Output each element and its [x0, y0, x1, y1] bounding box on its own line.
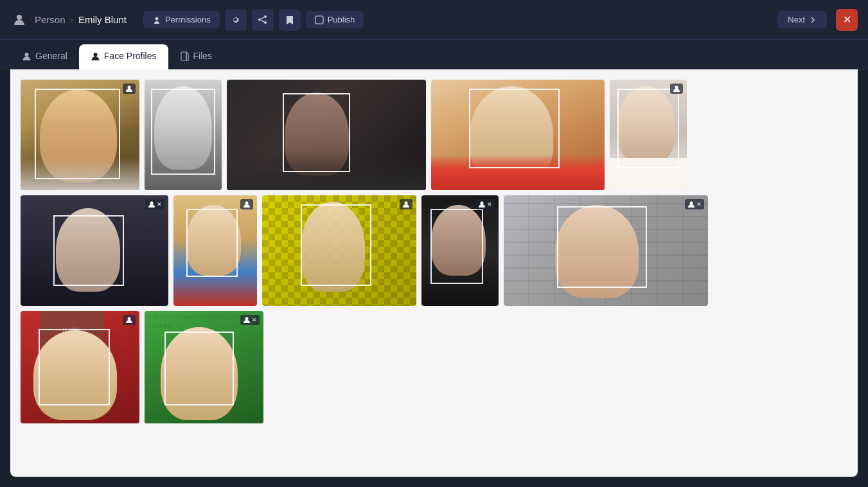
svg-point-16: [481, 202, 484, 205]
photo-item-8[interactable]: [262, 195, 416, 306]
svg-point-12: [675, 86, 678, 89]
breadcrumb-person[interactable]: Person: [35, 14, 66, 25]
person-rejected-icon-6: [148, 200, 155, 208]
tab-face-icon: [91, 51, 100, 61]
tab-files-icon: [180, 51, 190, 61]
photo-item-5[interactable]: [610, 80, 687, 190]
publish-button[interactable]: Publish: [306, 11, 364, 28]
svg-point-4: [264, 21, 267, 24]
close-button[interactable]: ✕: [836, 9, 858, 31]
main-content: ✕: [10, 69, 858, 477]
svg-point-11: [128, 86, 131, 89]
person-badge-10: ✕: [685, 199, 704, 209]
tab-general[interactable]: General: [10, 44, 79, 69]
person-rejected-icon-9: [478, 200, 486, 208]
share-icon: [258, 15, 267, 24]
svg-point-8: [25, 53, 29, 57]
tabs-bar: General Face Profiles Files: [0, 40, 868, 69]
tab-general-icon: [22, 51, 31, 61]
photo-row-2: ✕: [21, 195, 847, 306]
person-rejected-icon-12: [243, 316, 251, 324]
header-actions: Permissions Publi: [143, 9, 364, 31]
person-confirmed-icon-1: [125, 85, 133, 93]
photo-item-11[interactable]: IUOL: [21, 311, 139, 423]
person-confirmed-icon-11: [125, 316, 133, 324]
svg-rect-10: [181, 52, 186, 60]
tab-face-profiles-label: Face Profiles: [104, 51, 157, 61]
publish-icon: [315, 15, 324, 24]
person-confirmed-icon-8: [402, 200, 410, 208]
breadcrumb: Person › Emily Blunt: [35, 14, 127, 25]
person-badge-9: ✕: [475, 199, 495, 209]
permissions-button[interactable]: Permissions: [143, 11, 220, 28]
svg-point-17: [690, 202, 693, 205]
tab-files[interactable]: Files: [168, 44, 224, 69]
photo-item-10[interactable]: ✕: [504, 195, 708, 306]
person-confirmed-icon-7: [243, 200, 251, 208]
person-badge-7: [240, 199, 253, 209]
person-badge-12: ✕: [240, 315, 260, 325]
svg-point-15: [405, 202, 408, 205]
person-confirmed-icon-5: [673, 85, 680, 93]
svg-rect-7: [315, 16, 323, 24]
svg-line-5: [261, 17, 264, 19]
person-badge-8: [400, 199, 412, 209]
tab-general-label: General: [35, 51, 67, 61]
photo-item-4[interactable]: [431, 80, 605, 190]
person-badge-11: [123, 315, 136, 325]
photo-item-12[interactable]: COPPER COPPER COPPER COPPER COPPER ✕: [145, 311, 263, 423]
photo-row-1: [21, 80, 847, 190]
breadcrumb-name: Emily Blunt: [78, 14, 127, 25]
gear-icon: [231, 15, 240, 24]
breadcrumb-separator: ›: [71, 15, 73, 24]
next-arrow-icon: [809, 16, 817, 24]
person-badge-1: [123, 84, 136, 94]
svg-point-14: [245, 202, 249, 205]
svg-point-3: [258, 19, 261, 21]
person-rejected-icon-10: [687, 200, 695, 208]
photo-item-3[interactable]: [227, 80, 426, 190]
photo-item-1[interactable]: [21, 80, 139, 190]
svg-point-13: [150, 202, 154, 205]
svg-point-1: [155, 17, 158, 20]
svg-line-6: [261, 20, 264, 22]
header: Person › Emily Blunt Permissions: [0, 0, 868, 40]
bookmark-button[interactable]: [279, 9, 301, 31]
bookmark-icon: [285, 15, 294, 24]
person-badge-5: [670, 84, 683, 94]
photo-item-2[interactable]: [145, 80, 222, 190]
svg-point-2: [264, 15, 267, 18]
tab-face-profiles[interactable]: Face Profiles: [79, 44, 168, 69]
person-icon: [10, 11, 28, 29]
permissions-icon: [152, 15, 161, 24]
svg-point-18: [128, 317, 131, 321]
share-button[interactable]: [252, 9, 274, 31]
person-badge-6: ✕: [145, 199, 164, 209]
photo-row-3: IUOL COPPER COPPER COPPER COPPER COPPER …: [21, 311, 847, 423]
photo-item-6[interactable]: ✕: [21, 195, 168, 306]
svg-point-19: [245, 317, 249, 321]
settings-button[interactable]: [225, 9, 247, 31]
next-button[interactable]: Next: [777, 11, 827, 28]
tab-files-label: Files: [193, 51, 213, 61]
svg-point-9: [93, 53, 97, 57]
photo-item-9[interactable]: ✕: [421, 195, 499, 306]
svg-point-0: [17, 15, 22, 20]
photo-item-7[interactable]: [173, 195, 257, 306]
